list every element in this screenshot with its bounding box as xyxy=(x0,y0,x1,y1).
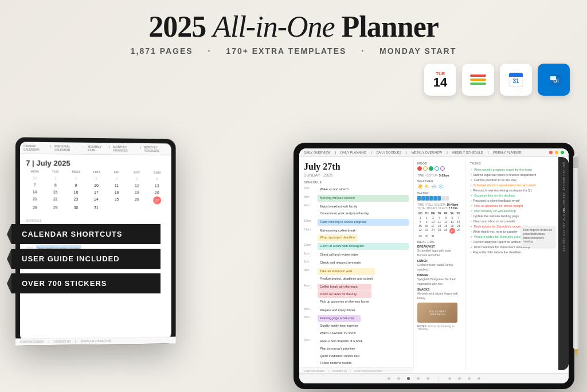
app-icons-group: TUE 14 31 Ol xyxy=(424,64,570,96)
calendar-days: 30 1 2 3 4 5 6 7 8 9 10 11 12 13 xyxy=(25,175,167,211)
toolbar-dot xyxy=(448,377,451,380)
task-row: ✓Pick up groceries for dinner tonight xyxy=(470,204,554,207)
sidebar-aug[interactable]: AUG xyxy=(562,214,565,221)
right-tablet: DAILY OVERVIEW | DAILY PLANNING | DAILY … xyxy=(294,143,574,389)
sidebar-apr[interactable]: APR xyxy=(562,184,565,190)
schedule-item: 5pmPrepare and enjoy dinner xyxy=(304,307,409,314)
sep2: · xyxy=(361,46,365,56)
task-row: ○Clean out inbox to zero emails xyxy=(470,219,554,223)
svg-rect-2 xyxy=(509,75,523,77)
rt-nav-bar: DAILY OVERVIEW | DAILY PLANNING | DAILY … xyxy=(299,148,569,157)
right-tablet-screen: DAILY OVERVIEW | DAILY PLANNING | DAILY … xyxy=(299,148,569,383)
sidebar-may[interactable]: MAY xyxy=(562,192,565,198)
rt-date: July 27th xyxy=(304,162,409,172)
min-btn[interactable] xyxy=(555,151,558,154)
task-row: ○Respond to client feedback email xyxy=(470,199,554,202)
task-row: ○Research new marketing strategies for Q… xyxy=(470,189,554,192)
journey-image: YOU JOURNEY YOUR RULES xyxy=(417,303,457,323)
rt-bottom-toolbar xyxy=(299,373,569,383)
pencil-tip xyxy=(574,349,578,356)
toolbar-dot-active xyxy=(407,377,410,380)
svg-rect-7 xyxy=(550,76,556,80)
sidebar-jun[interactable]: JUN xyxy=(562,199,565,206)
rt-body: July 27th SUNDAY · 2025 SCHEDULE 7amWake… xyxy=(299,157,569,370)
list-line-2 xyxy=(470,79,486,81)
start-day: MONDAY START xyxy=(379,46,456,56)
calendar-date-number: 14 xyxy=(433,76,447,89)
sidebar-sep[interactable]: SEP xyxy=(562,222,565,228)
reminders-app-icon[interactable] xyxy=(462,64,494,96)
toolbar-dot xyxy=(397,377,400,380)
list-line-1 xyxy=(470,75,486,77)
pages-count: 1,871 PAGES xyxy=(131,46,193,56)
sidebar-feb[interactable]: FEB xyxy=(562,169,565,175)
schedule-item: 4pmCoffee break with the teamFinish up t… xyxy=(304,284,409,305)
mood-dot-1 xyxy=(417,166,422,171)
mini-cal-grid: 1234567 891011121314 15161718192021 2223… xyxy=(417,216,461,238)
mood-dot-5 xyxy=(440,166,445,171)
apple-pencil xyxy=(573,154,579,349)
schedule-item: 7pmRead a few chapters of a bookPlan tom… xyxy=(304,338,409,367)
schedule-label: SCHEDULE xyxy=(304,181,409,184)
schedule-item: 11amMid-morning coffee breakWrap up proj… xyxy=(304,228,409,241)
content-area: TUE 14 31 Ol xyxy=(0,58,587,392)
templates-count: 170+ EXTRA TEMPLATES xyxy=(226,46,346,56)
sidebar-dec[interactable]: DEC xyxy=(562,245,565,251)
title-text-1: 2025 xyxy=(148,10,213,43)
tablet-month-label: 7 | July 2025 xyxy=(20,154,171,171)
toolbar-dot xyxy=(417,377,420,380)
schedule-item: 10amTeam meeting to review progress xyxy=(304,219,409,226)
close-btn[interactable] xyxy=(549,151,553,154)
task-row: ✓Write weekly progress report for the te… xyxy=(470,168,554,171)
task-row: ○Submit expense report to finance depart… xyxy=(470,173,554,177)
sidebar-nov[interactable]: NOV xyxy=(562,237,565,244)
month-sidebar: JAN FEB MAR APR MAY JUN JUL AUG SEP OCT … xyxy=(558,157,569,370)
sidebar-oct[interactable]: OCT xyxy=(562,229,565,236)
weather-section: WEATHER ☀️ ⛅ 🌧️ ❄️ xyxy=(417,179,461,189)
stickers-badge: OVER 700 STICKERS xyxy=(11,273,161,293)
schedule-item: 9amEnjoy breakfast with familyCommute to… xyxy=(304,203,409,217)
sticky-note: Don't forget to review the presentation … xyxy=(521,226,555,247)
feature-badges: CALENDAR SHORTCUTS USER GUIDE INCLUDED O… xyxy=(11,224,161,293)
mood-section: MOOD xyxy=(417,162,461,171)
toolbar-dot xyxy=(458,377,461,380)
title-text-2: Planner xyxy=(335,10,439,43)
mood-dot-4 xyxy=(435,166,439,171)
rt-day-sub: SUNDAY · 2025 xyxy=(304,173,409,177)
notes-section: NOTES: Pick up dry cleaning on Thursday xyxy=(417,325,461,331)
schedule-item: 7amWake up and stretch xyxy=(304,186,409,193)
max-btn[interactable] xyxy=(561,151,564,154)
tasks-column: TASKS ✓Write weekly progress report for … xyxy=(465,157,558,370)
mood-dot-3 xyxy=(429,166,433,171)
toolbar-dot xyxy=(388,377,390,380)
sidebar-jan[interactable]: JAN xyxy=(562,162,565,168)
sidebar-mar[interactable]: MAR xyxy=(562,177,565,183)
rt-window-controls xyxy=(549,151,564,154)
schedule-item: 12pmLunch at a cafe with colleagues xyxy=(304,243,409,250)
schedule-list: 7amWake up and stretch 8amMorning workou… xyxy=(304,186,409,370)
task-row: ○Update the website landing page xyxy=(470,214,554,218)
outlook-svg: Ol xyxy=(545,70,563,89)
sidebar-jul[interactable]: JUL xyxy=(562,207,565,213)
cal-day-headers: MON TUE WED THU FRI SAT SUN xyxy=(25,170,167,174)
left-tablet-nav: CAREER CALENDAR | PERSONAL CALENDAR | MO… xyxy=(20,142,171,156)
calendar-app-icon[interactable]: TUE 14 xyxy=(424,64,456,96)
weather-sun: ☀️ xyxy=(417,184,423,189)
schedule-item: 8amMorning workout session xyxy=(304,195,409,202)
schedule-item: 2pmCheck and respond to emails xyxy=(304,260,409,266)
subtitle-bar: 1,871 PAGES · 170+ EXTRA TEMPLATES · MON… xyxy=(125,46,462,56)
title-italic: All-in-One xyxy=(213,10,334,43)
task-row: ○Pay utility bills before the deadline xyxy=(470,250,554,254)
outlook-icon[interactable]: Ol xyxy=(538,64,570,96)
sep1: · xyxy=(208,46,212,56)
time-slept-section: TIME I FELL ASLEEP: 10:45pm TOTAL HOURS … xyxy=(417,203,461,210)
calendar-grid: MON TUE WED THU FRI SAT SUN 30 1 2 3 4 xyxy=(20,170,171,211)
list-line-3 xyxy=(470,83,486,85)
calendar-shortcuts-badge: CALENDAR SHORTCUTS xyxy=(11,224,161,244)
rt-footer: CHAPTER SUNDAY | CONTACT US | SHOP OUR C… xyxy=(299,367,414,370)
schedule-item: 3pmTake an afternoon walkFinalize projec… xyxy=(304,268,409,282)
weather-cloud: ⛅ xyxy=(424,184,430,189)
google-calendar-icon[interactable]: 31 xyxy=(500,64,532,96)
schedule-item: 6pmEvening yoga or tai-chaiQuality famil… xyxy=(304,315,409,336)
water-section: WATER xyxy=(417,191,461,201)
